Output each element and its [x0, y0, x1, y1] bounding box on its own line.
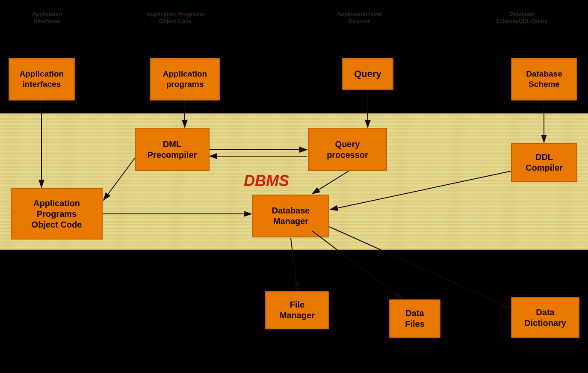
watermark-4: DatabaseScheme/DDL/Query: [475, 11, 569, 25]
application-programs-box: Applicationprograms: [150, 58, 220, 101]
ddl-compiler-box: DDLCompiler: [511, 143, 577, 182]
query-box: Query: [342, 58, 393, 90]
database-manager-box: DatabaseManager: [252, 195, 329, 237]
database-scheme-box: DatabaseScheme: [511, 58, 577, 101]
dbms-label: DBMS: [244, 172, 289, 190]
app-programs-object-code-box: ApplicationProgramsObject Code: [11, 188, 103, 240]
data-files-box: DataFiles: [389, 299, 440, 338]
application-interfaces-box: Applicationinterfaces: [9, 58, 75, 101]
diagram-container: ApplicationInterfaces Application Progra…: [0, 0, 588, 373]
dml-precompiler-box: DMLPrecompiler: [135, 128, 210, 171]
file-manager-box: FileManager: [265, 291, 329, 329]
watermark-3: Application-levelDirector: [312, 11, 406, 25]
query-processor-box: Queryprocessor: [308, 128, 387, 171]
watermark-1: ApplicationInterfaces: [9, 11, 86, 25]
data-dictionary-box: DataDictionary: [511, 297, 579, 338]
watermark-2: Application ProgramsObject Code: [133, 11, 218, 25]
